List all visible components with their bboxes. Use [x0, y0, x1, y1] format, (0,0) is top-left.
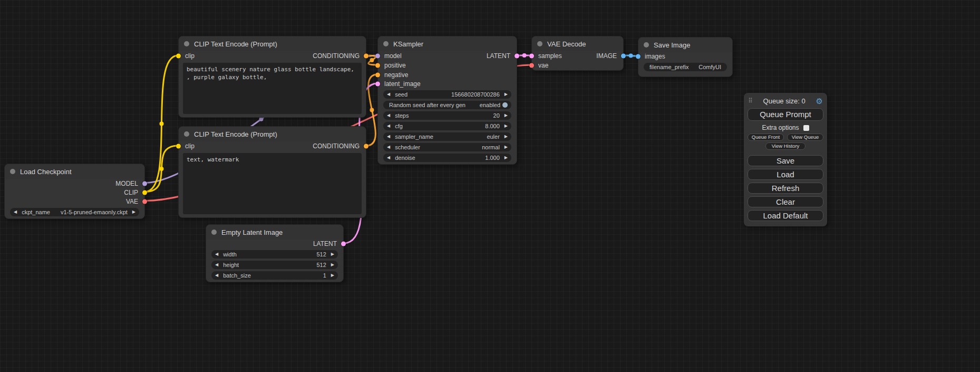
load-default-button[interactable]: Load Default	[748, 210, 823, 221]
wire-midpoint-dot	[522, 53, 527, 58]
arrow-left-icon[interactable]: ◀	[387, 124, 390, 128]
latent-output-dot[interactable]	[341, 242, 346, 246]
arrow-right-icon[interactable]: ▶	[132, 210, 135, 214]
arrow-right-icon[interactable]: ▶	[331, 252, 334, 256]
vae-input-dot[interactable]	[529, 63, 534, 68]
arrow-left-icon[interactable]: ◀	[14, 210, 17, 214]
image-output-dot[interactable]	[621, 54, 626, 59]
view-history-button[interactable]: View History	[765, 142, 806, 150]
latent-output-dot[interactable]	[515, 54, 519, 59]
widget-batch-size[interactable]: ◀ batch_size 1 ▶	[211, 271, 338, 280]
slot-row: samples IMAGE	[532, 51, 623, 61]
widget-seed[interactable]: ◀ seed 156680208700286 ▶	[383, 90, 511, 99]
clear-button[interactable]: Clear	[748, 196, 823, 207]
arrow-right-icon[interactable]: ▶	[504, 135, 508, 139]
arrow-left-icon[interactable]: ◀	[215, 263, 218, 267]
clip-output-dot[interactable]	[142, 190, 147, 195]
model-output-dot[interactable]	[142, 181, 147, 186]
vae-output-dot[interactable]	[142, 199, 147, 204]
arrow-right-icon[interactable]: ▶	[504, 124, 508, 128]
collapse-dot-icon[interactable]	[644, 42, 649, 47]
widget-height[interactable]: ◀ height 512 ▶	[211, 261, 338, 269]
node-save-image[interactable]: Save Image images filename_prefix ComfyU…	[638, 37, 733, 77]
collapse-dot-icon[interactable]	[211, 230, 217, 235]
widget-value: 1.000	[485, 155, 500, 161]
latent-image-input-dot[interactable]	[375, 82, 380, 87]
node-load-checkpoint[interactable]: Load Checkpoint MODEL CLIP VAE ◀ ckpt_na…	[4, 164, 145, 219]
model-input-dot[interactable]	[375, 54, 380, 59]
positive-prompt-textarea[interactable]: beautiful scenery nature glass bottle la…	[183, 63, 362, 114]
slot-label: negative	[384, 71, 408, 79]
node-clip-text-encode-positive[interactable]: CLIP Text Encode (Prompt) clip CONDITION…	[178, 36, 366, 118]
slot-label: MODEL	[115, 180, 138, 187]
arrow-right-icon[interactable]: ▶	[504, 156, 508, 160]
collapse-dot-icon[interactable]	[383, 41, 389, 46]
toggle-knob[interactable]	[502, 102, 508, 108]
collapse-dot-icon[interactable]	[10, 169, 15, 174]
node-clip-text-encode-negative[interactable]: CLIP Text Encode (Prompt) clip CONDITION…	[178, 126, 366, 218]
node-title-bar[interactable]: VAE Decode	[532, 36, 623, 51]
collapse-dot-icon[interactable]	[184, 131, 189, 137]
extra-options-row: Extra options	[748, 123, 823, 132]
save-button[interactable]: Save	[748, 155, 823, 166]
positive-input-dot[interactable]	[375, 63, 380, 68]
arrow-left-icon[interactable]: ◀	[387, 113, 390, 118]
widget-sampler-name[interactable]: ◀ sampler_name euler ▶	[383, 132, 511, 141]
node-title-bar[interactable]: CLIP Text Encode (Prompt)	[179, 127, 366, 141]
arrow-left-icon[interactable]: ◀	[215, 252, 218, 256]
node-vae-decode[interactable]: VAE Decode samples IMAGE vae	[531, 36, 624, 71]
arrow-right-icon[interactable]: ▶	[331, 263, 334, 267]
node-title-bar[interactable]: Load Checkpoint	[5, 164, 144, 179]
arrow-left-icon[interactable]: ◀	[387, 145, 390, 149]
queue-size-label: Queue size: 0	[763, 97, 806, 105]
images-input-dot[interactable]	[636, 54, 641, 59]
negative-prompt-textarea[interactable]: text, watermark	[183, 153, 362, 214]
node-title-bar[interactable]: Save Image	[638, 37, 732, 52]
widget-width[interactable]: ◀ width 512 ▶	[211, 250, 338, 259]
clip-input-dot[interactable]	[176, 144, 181, 149]
arrow-right-icon[interactable]: ▶	[504, 92, 508, 97]
node-title-bar[interactable]: KSampler	[378, 36, 517, 51]
negative-input-dot[interactable]	[375, 73, 380, 78]
widget-scheduler[interactable]: ◀ scheduler normal ▶	[383, 143, 511, 151]
conditioning-output-dot[interactable]	[364, 54, 368, 59]
arrow-right-icon[interactable]: ▶	[504, 145, 508, 149]
node-ksampler[interactable]: KSampler model LATENT positive negative …	[377, 36, 517, 165]
widget-value: normal	[482, 144, 500, 150]
slot-label: CONDITIONING	[313, 142, 360, 150]
arrow-left-icon[interactable]: ◀	[387, 156, 390, 160]
wire-midpoint-dot	[160, 167, 164, 171]
load-button[interactable]: Load	[748, 169, 823, 180]
arrow-right-icon[interactable]: ▶	[331, 273, 334, 278]
drag-handle-icon[interactable]: ⠿	[748, 97, 753, 104]
widget-ckpt-name[interactable]: ◀ ckpt_name v1-5-pruned-emaonly.ckpt ▶	[10, 208, 139, 216]
widget-name: height	[223, 262, 316, 268]
refresh-button[interactable]: Refresh	[748, 183, 823, 194]
node-title-bar[interactable]: CLIP Text Encode (Prompt)	[179, 36, 366, 51]
arrow-left-icon[interactable]: ◀	[387, 135, 390, 139]
arrow-left-icon[interactable]: ◀	[215, 273, 218, 278]
arrow-right-icon[interactable]: ▶	[504, 113, 508, 118]
arrow-left-icon[interactable]: ◀	[387, 92, 390, 97]
gear-icon[interactable]: ⚙	[816, 97, 823, 105]
clip-input-dot[interactable]	[176, 54, 181, 59]
widget-cfg[interactable]: ◀ cfg 8.000 ▶	[383, 122, 511, 130]
widget-filename-prefix[interactable]: filename_prefix ComfyUI	[644, 63, 727, 71]
collapse-dot-icon[interactable]	[184, 41, 189, 46]
samples-input-dot[interactable]	[529, 54, 534, 59]
input-slot-latent-image: latent_image	[378, 80, 517, 88]
collapse-dot-icon[interactable]	[537, 41, 542, 46]
widget-steps[interactable]: ◀ steps 20 ▶	[383, 111, 511, 120]
queue-prompt-button[interactable]: Queue Prompt	[748, 108, 823, 121]
widget-random-seed-toggle[interactable]: Random seed after every gen enabled	[383, 101, 511, 109]
node-title-bar[interactable]: Empty Latent Image	[206, 225, 343, 240]
widget-name: steps	[395, 112, 493, 119]
slot-label: CONDITIONING	[313, 52, 360, 60]
widget-denoise[interactable]: ◀ denoise 1.000 ▶	[383, 154, 511, 162]
queue-front-button[interactable]: Queue Front	[748, 133, 784, 141]
conditioning-output-dot[interactable]	[364, 144, 368, 149]
node-empty-latent-image[interactable]: Empty Latent Image LATENT ◀ width 512 ▶ …	[206, 224, 344, 282]
view-queue-button[interactable]: View Queue	[787, 133, 823, 141]
extra-options-checkbox[interactable]	[803, 125, 809, 131]
slot-label: LATENT	[313, 240, 337, 247]
